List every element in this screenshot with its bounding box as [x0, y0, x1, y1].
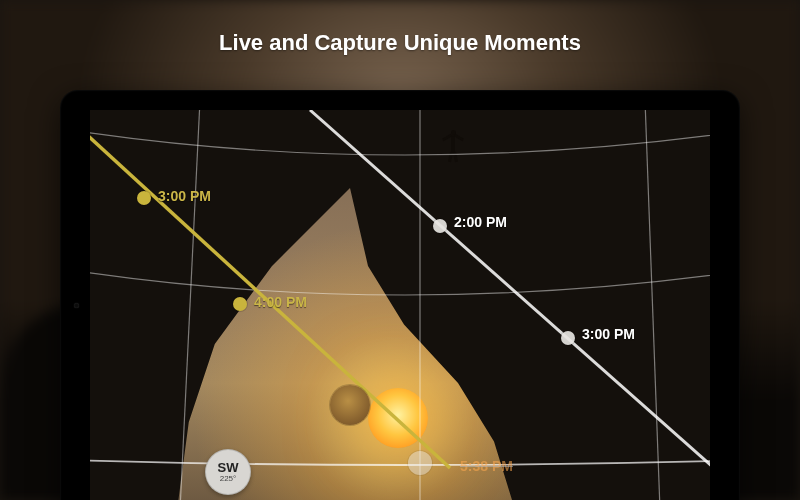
- sun-marker[interactable]: [137, 191, 151, 205]
- device-screen[interactable]: 3:00 PM 4:00 PM 5:38 PM 2:00 PM 3:00 PM …: [90, 110, 710, 500]
- moon-marker[interactable]: [561, 331, 575, 345]
- device-camera-dot: [74, 303, 79, 308]
- tablet-frame: 3:00 PM 4:00 PM 5:38 PM 2:00 PM 3:00 PM …: [60, 90, 740, 500]
- moon-marker[interactable]: [433, 219, 447, 233]
- compass-degrees: 225°: [220, 475, 237, 483]
- marketing-headline: Live and Capture Unique Moments: [0, 30, 800, 56]
- body-marker-big[interactable]: [330, 385, 370, 425]
- ar-overlay-grid[interactable]: 3:00 PM 4:00 PM 5:38 PM 2:00 PM 3:00 PM …: [90, 110, 710, 500]
- overlay-svg: [90, 110, 710, 500]
- horizon-marker[interactable]: [408, 451, 432, 475]
- compass-direction: SW: [218, 461, 239, 474]
- compass-badge[interactable]: SW 225°: [205, 449, 251, 495]
- sun-marker[interactable]: [233, 297, 247, 311]
